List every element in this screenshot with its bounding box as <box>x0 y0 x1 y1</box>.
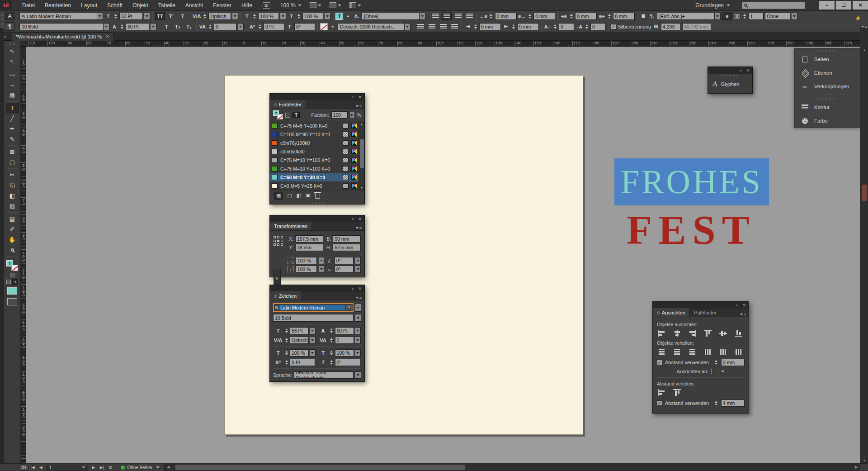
preflight-status-label[interactable]: Ohne Fehler <box>127 465 152 470</box>
align-bottom-edges-icon[interactable] <box>735 330 742 337</box>
space-after-stepper[interactable] <box>607 13 612 20</box>
chevron-down-icon[interactable] <box>280 13 286 20</box>
rectangle-tool[interactable]: ▢ <box>6 157 19 167</box>
gradient-tool[interactable]: ◧ <box>6 190 19 201</box>
align-left-button[interactable] <box>430 12 440 20</box>
shear-field[interactable]: 0° <box>335 266 354 273</box>
align-center-button[interactable] <box>442 12 452 20</box>
superscript-button[interactable]: T¹ <box>166 12 176 20</box>
vertical-scale-stepper[interactable] <box>284 349 289 357</box>
chevron-down-icon[interactable] <box>319 257 324 264</box>
baseline-shift-stepper[interactable] <box>257 23 262 30</box>
chevron-down-icon[interactable] <box>144 13 150 20</box>
chevron-down-icon[interactable] <box>792 13 797 20</box>
chevron-down-icon[interactable] <box>355 314 361 322</box>
dock-item-ebenen[interactable]: Ebenen <box>795 66 860 80</box>
chevron-down-icon[interactable] <box>319 266 324 273</box>
last-line-indent-field[interactable]: 0 mm <box>517 23 539 30</box>
align-vertical-centers-icon[interactable] <box>719 330 727 337</box>
frame-tool[interactable]: ⊠ <box>6 147 19 157</box>
first-line-indent-field[interactable]: 0 mm <box>479 23 501 30</box>
horizontal-scrollbar[interactable]: ◀ ▶ <box>164 464 860 471</box>
formatting-affects-text-button[interactable]: T <box>292 112 300 118</box>
grid-value-field[interactable]: 4,233 <box>661 23 681 30</box>
scroll-right-icon[interactable]: ▶ <box>853 465 860 469</box>
kerning-stepper[interactable] <box>202 13 207 20</box>
fill-stroke-proxy[interactable]: T <box>6 260 18 271</box>
drop-cap-lines-field[interactable]: 0 <box>559 23 574 30</box>
align-right-button[interactable] <box>453 12 463 20</box>
distribute-left-edges-icon[interactable] <box>704 348 712 355</box>
dock-grip[interactable] <box>795 48 860 52</box>
tracking-stepper[interactable] <box>208 23 212 30</box>
close-icon[interactable]: ✕ <box>358 95 362 100</box>
indent-right-field[interactable]: 0 mm <box>533 13 555 20</box>
hyphenation-checkbox[interactable]: ✓ <box>611 24 616 29</box>
scissors-tool[interactable]: ✂ <box>6 170 19 180</box>
paragraph-style-combo[interactable]: [Einf. Abs.]+ <box>657 12 721 20</box>
zoom-tool[interactable] <box>6 245 19 255</box>
expand-icon[interactable]: » <box>739 68 741 73</box>
apply-color-button[interactable] <box>7 287 17 295</box>
fill-color-button[interactable]: T <box>335 13 343 20</box>
skew-field[interactable]: 0° <box>335 359 360 366</box>
justify-button[interactable] <box>464 12 474 20</box>
tint-field[interactable]: 100 <box>331 111 348 119</box>
chevron-down-icon[interactable] <box>355 349 361 357</box>
text-selection-highlight[interactable]: FROHES <box>614 158 769 205</box>
scrollbar-thumb[interactable] <box>175 465 465 470</box>
space-before-stepper[interactable] <box>569 13 574 20</box>
bridge-button[interactable]: Br <box>263 2 270 9</box>
justify-right-button[interactable] <box>438 22 448 31</box>
first-page-button[interactable]: |◀ <box>28 465 37 470</box>
space-before-field[interactable]: 0 mm <box>575 13 597 20</box>
align-left-edges-icon[interactable] <box>658 330 665 337</box>
chevron-down-icon[interactable] <box>151 23 156 30</box>
chevron-down-icon[interactable] <box>156 466 160 468</box>
scroll-down-icon[interactable]: ▼ <box>860 457 868 463</box>
close-tab-icon[interactable]: ✕ <box>106 34 109 39</box>
span-field[interactable]: Ohne <box>765 13 790 20</box>
tracking-stepper[interactable] <box>329 337 334 344</box>
scrollbar-thumb[interactable] <box>862 185 867 201</box>
use-spacing-checkbox[interactable]: ✓ <box>657 360 662 365</box>
chevron-down-icon[interactable] <box>238 23 244 30</box>
small-caps-button[interactable]: Tт <box>173 22 183 31</box>
dock-item-farbe[interactable]: Farbe <box>795 114 860 128</box>
all-caps-button[interactable]: TT <box>155 12 165 20</box>
stroke-color-button[interactable] <box>320 23 328 30</box>
chevron-down-icon[interactable] <box>325 13 330 20</box>
chevron-down-icon[interactable] <box>310 327 316 334</box>
panel-menu-icon[interactable]: ≡ <box>740 312 749 317</box>
chevron-down-icon[interactable] <box>420 13 425 20</box>
menu-fenster[interactable]: Fenster <box>208 2 236 9</box>
show-gradient-swatches-button[interactable]: ◧ <box>297 193 301 199</box>
height-field[interactable]: 52,5 mm <box>333 244 361 251</box>
align-top-edges-icon[interactable] <box>704 330 712 337</box>
hand-tool[interactable]: ✋ <box>6 234 19 245</box>
content-collector-tool[interactable]: ▦ <box>6 90 19 100</box>
new-swatch-button[interactable]: ▣ <box>306 193 310 199</box>
close-icon[interactable]: ✕ <box>746 68 750 73</box>
last-line-indent-stepper[interactable] <box>511 23 516 30</box>
align-to-icon[interactable] <box>711 369 718 374</box>
indent-left-field[interactable]: 0 mm <box>495 13 517 20</box>
tab-transformieren[interactable]: Transformieren <box>270 222 312 230</box>
clear-icon[interactable]: ✕ <box>346 305 352 310</box>
font-style-field[interactable]: 10 Bold <box>273 314 354 322</box>
chevron-down-icon[interactable] <box>355 257 361 264</box>
baseline-shift-field[interactable]: 0 Pt <box>290 359 315 366</box>
font-size-stepper[interactable] <box>113 13 118 20</box>
chevron-down-icon[interactable] <box>104 23 109 30</box>
pencil-tool[interactable]: ✎ <box>6 134 19 144</box>
dock-item-seiten[interactable]: Seiten <box>795 52 860 66</box>
stroke-proxy-icon[interactable] <box>11 265 18 271</box>
scroll-left-icon[interactable]: ◀ <box>165 465 172 469</box>
distribute-bottom-edges-icon[interactable] <box>689 348 696 355</box>
swatch-row[interactable]: C=75 M=10 Y=100 K=0 <box>270 156 364 164</box>
chevron-down-icon[interactable] <box>355 371 361 379</box>
pen-tool[interactable]: ✒ <box>6 124 19 134</box>
delete-swatch-icon[interactable] <box>315 193 320 199</box>
document-tab[interactable]: *Weihnachts-Menükarte.indd @ 100 % ✕ <box>12 32 114 41</box>
grid-size-field[interactable]: 45,792 mm <box>682 23 711 30</box>
